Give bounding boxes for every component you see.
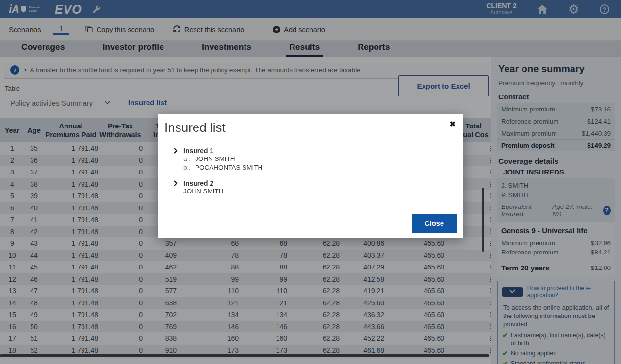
app-window: iA Financial Group EVO CLIENT 2 Autosave… [0,0,621,364]
close-icon[interactable]: ✖ [449,120,456,127]
chevron-right-icon[interactable] [172,180,179,187]
insured-group-title: Insured 2 [183,179,213,187]
insured-groups: Insured 1a .JOHN SMITHb .POCAHONTAS SMIT… [158,140,463,196]
insured-group-title: Insured 1 [183,147,213,155]
close-button[interactable]: Close [412,214,457,233]
insured-item: JOHN SMITH [183,187,463,196]
insured-item: b .POCAHONTAS SMITH [183,163,463,172]
modal-title: Insured list [164,120,226,135]
insured-list-modal: Insured list ✖ Insured 1a .JOHN SMITHb .… [158,114,463,238]
insured-group: Insured 1a .JOHN SMITHb .POCAHONTAS SMIT… [172,147,463,172]
modal-header: Insured list ✖ [158,114,463,140]
insured-group: Insured 2JOHN SMITH [172,179,463,196]
chevron-right-icon[interactable] [172,147,179,154]
insured-item: a .JOHN SMITH [183,155,463,163]
